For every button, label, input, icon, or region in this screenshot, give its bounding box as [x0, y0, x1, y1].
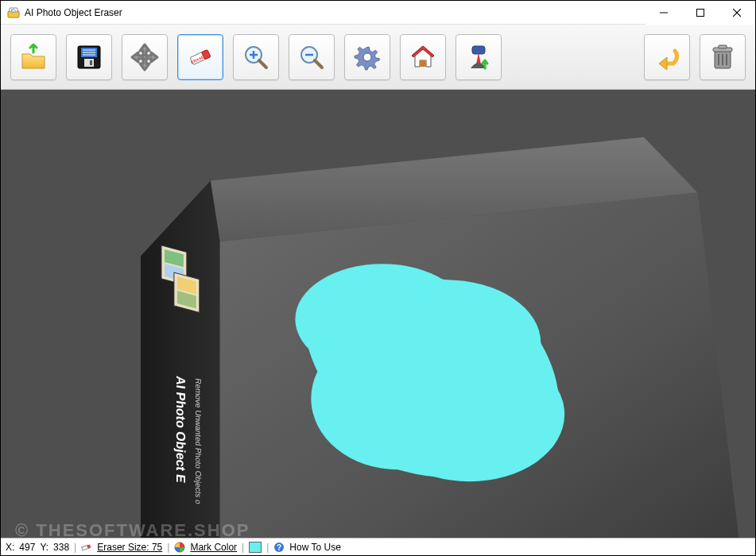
settings-button[interactable]	[344, 34, 390, 80]
svg-line-6	[733, 9, 741, 17]
folder-open-icon	[17, 41, 49, 73]
eraser-size-link[interactable]: Eraser Size: 75	[97, 542, 162, 553]
svg-rect-1	[10, 8, 17, 12]
window-controls	[646, 1, 755, 24]
titlebar: AI Photo Object Eraser	[1, 1, 755, 25]
howto-link[interactable]: How To Use	[289, 542, 340, 553]
mark-color-icon	[174, 542, 185, 553]
zoom-out-icon	[296, 41, 328, 73]
help-icon: ?	[273, 542, 285, 553]
svg-text:Remove Unwanted Photo Objects : Remove Unwanted Photo Objects o	[194, 378, 203, 505]
maximize-button[interactable]	[682, 1, 719, 25]
svg-text:?: ?	[277, 543, 281, 552]
home-button[interactable]	[400, 34, 446, 80]
coord-x-value: 497	[19, 542, 35, 553]
svg-rect-4	[697, 10, 704, 17]
mark-color-swatch[interactable]	[249, 542, 262, 553]
zoom-in-button[interactable]	[233, 34, 279, 80]
toolbar: ERASER	[1, 25, 755, 90]
home-icon	[407, 41, 439, 73]
svg-rect-30	[719, 45, 727, 48]
move-arrows-icon	[129, 41, 161, 73]
canvas-image: AI Photo Object E Remove Unwanted Photo …	[1, 90, 755, 538]
open-button[interactable]	[10, 34, 56, 80]
svg-rect-12	[84, 59, 94, 67]
eraser-size-icon	[81, 542, 92, 553]
svg-line-22	[315, 60, 322, 68]
svg-rect-13	[90, 60, 92, 65]
svg-line-18	[259, 60, 266, 68]
eraser-button[interactable]: ERASER	[177, 34, 223, 80]
register-button[interactable]	[456, 34, 502, 80]
delete-button[interactable]	[700, 34, 746, 80]
svg-line-5	[733, 9, 741, 17]
gear-icon	[351, 41, 383, 73]
svg-rect-26	[420, 60, 426, 67]
undo-button[interactable]	[644, 34, 690, 80]
svg-point-25	[363, 53, 371, 61]
window-title: AI Photo Object Eraser	[25, 7, 646, 18]
coord-y-value: 338	[53, 542, 69, 553]
zoom-in-icon	[240, 41, 272, 73]
save-button[interactable]	[66, 34, 112, 80]
canvas-area[interactable]: AI Photo Object E Remove Unwanted Photo …	[1, 90, 755, 538]
coord-x-label: X:	[6, 542, 14, 553]
undo-arrow-icon	[651, 41, 683, 73]
trash-icon	[707, 41, 739, 73]
zoom-out-button[interactable]	[289, 34, 335, 80]
coord-y-label: Y:	[40, 542, 48, 553]
close-button[interactable]	[719, 1, 755, 25]
app-icon	[7, 6, 20, 19]
person-badge-icon	[463, 41, 494, 73]
svg-text:AI Photo Object E: AI Photo Object E	[174, 375, 188, 484]
move-button[interactable]	[122, 34, 168, 80]
statusbar: X: 497 Y: 338 | Eraser Size: 75 | Mark C…	[1, 538, 755, 555]
eraser-icon: ERASER	[184, 41, 216, 73]
mark-color-link[interactable]: Mark Color	[190, 542, 237, 553]
floppy-save-icon	[73, 41, 105, 73]
minimize-button[interactable]	[646, 1, 682, 25]
